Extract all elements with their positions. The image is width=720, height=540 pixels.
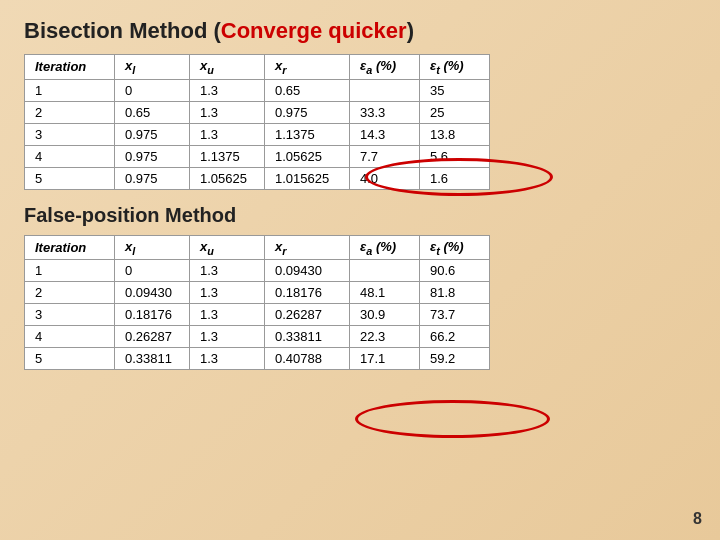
th-iteration-2: Iteration xyxy=(25,235,115,260)
table1-cell-1-4 xyxy=(350,79,420,101)
table2-cell-3-5: 73.7 xyxy=(420,304,490,326)
table2-row-1: 101.30.0943090.6 xyxy=(25,260,490,282)
table1-cell-4-5: 5.6 xyxy=(420,145,490,167)
table1-cell-3-5: 13.8 xyxy=(420,123,490,145)
table2-cell-4-4: 22.3 xyxy=(350,326,420,348)
table2-row-4: 40.262871.30.3381122.366.2 xyxy=(25,326,490,348)
table2-cell-5-1: 0.33811 xyxy=(115,348,190,370)
table1-cell-4-1: 0.975 xyxy=(115,145,190,167)
table2-cell-3-0: 3 xyxy=(25,304,115,326)
table1-cell-5-5: 1.6 xyxy=(420,167,490,189)
table1-cell-4-0: 4 xyxy=(25,145,115,167)
table2-cell-3-3: 0.26287 xyxy=(265,304,350,326)
title-suffix: ) xyxy=(407,18,414,43)
table2-cell-3-2: 1.3 xyxy=(190,304,265,326)
table1-cell-5-0: 5 xyxy=(25,167,115,189)
table2-cell-2-4: 48.1 xyxy=(350,282,420,304)
th-xu-2: xu xyxy=(190,235,265,260)
th-xl-2: xl xyxy=(115,235,190,260)
table2-row-5: 50.338111.30.4078817.159.2 xyxy=(25,348,490,370)
table1-cell-1-3: 0.65 xyxy=(265,79,350,101)
section-title-2: False-position Method xyxy=(24,204,696,227)
title-prefix: Bisection Method ( xyxy=(24,18,221,43)
table2-cell-2-0: 2 xyxy=(25,282,115,304)
table2-cell-5-2: 1.3 xyxy=(190,348,265,370)
table1-cell-5-1: 0.975 xyxy=(115,167,190,189)
table1-cell-5-3: 1.015625 xyxy=(265,167,350,189)
table1-cell-3-0: 3 xyxy=(25,123,115,145)
table2-cell-3-1: 0.18176 xyxy=(115,304,190,326)
th-xr-1: xr xyxy=(265,55,350,80)
table1-row-4: 40.9751.13751.056257.75.6 xyxy=(25,145,490,167)
table2-cell-3-4: 30.9 xyxy=(350,304,420,326)
false-position-table: Iteration xl xu xr εa (%) εt (%) 101.30.… xyxy=(24,235,490,371)
table2-row-2: 20.094301.30.1817648.181.8 xyxy=(25,282,490,304)
th-xl-1: xl xyxy=(115,55,190,80)
bisection-table: Iteration xl xu xr εa (%) εt (%) 101.30.… xyxy=(24,54,490,190)
table1-cell-5-2: 1.05625 xyxy=(190,167,265,189)
table1-cell-4-2: 1.1375 xyxy=(190,145,265,167)
table2-header-row: Iteration xl xu xr εa (%) εt (%) xyxy=(25,235,490,260)
table1-cell-2-2: 1.3 xyxy=(190,101,265,123)
table1-row-5: 50.9751.056251.0156254.01.6 xyxy=(25,167,490,189)
table2-cell-4-0: 4 xyxy=(25,326,115,348)
table2-cell-5-0: 5 xyxy=(25,348,115,370)
table2-cell-1-4 xyxy=(350,260,420,282)
th-ea-1: εa (%) xyxy=(350,55,420,80)
title-highlight: Converge quicker xyxy=(221,18,407,43)
table1-cell-2-4: 33.3 xyxy=(350,101,420,123)
table2-cell-2-2: 1.3 xyxy=(190,282,265,304)
th-xu-1: xu xyxy=(190,55,265,80)
table2-row-3: 30.181761.30.2628730.973.7 xyxy=(25,304,490,326)
th-iteration-1: Iteration xyxy=(25,55,115,80)
th-et-1: εt (%) xyxy=(420,55,490,80)
table1-cell-2-5: 25 xyxy=(420,101,490,123)
th-xr-2: xr xyxy=(265,235,350,260)
table2-cell-4-2: 1.3 xyxy=(190,326,265,348)
table1-cell-2-0: 2 xyxy=(25,101,115,123)
oval-highlight-2 xyxy=(355,400,550,438)
table2-cell-4-1: 0.26287 xyxy=(115,326,190,348)
table1-cell-1-2: 1.3 xyxy=(190,79,265,101)
table1-cell-3-2: 1.3 xyxy=(190,123,265,145)
table2-cell-1-0: 1 xyxy=(25,260,115,282)
th-ea-2: εa (%) xyxy=(350,235,420,260)
page-container: Bisection Method (Converge quicker) Iter… xyxy=(0,0,720,388)
table1-cell-1-5: 35 xyxy=(420,79,490,101)
table1-cell-3-1: 0.975 xyxy=(115,123,190,145)
table1-row-3: 30.9751.31.137514.313.8 xyxy=(25,123,490,145)
th-et-2: εt (%) xyxy=(420,235,490,260)
table1-cell-3-3: 1.1375 xyxy=(265,123,350,145)
table1-cell-2-1: 0.65 xyxy=(115,101,190,123)
table1-cell-1-0: 1 xyxy=(25,79,115,101)
table1-cell-5-4: 4.0 xyxy=(350,167,420,189)
table2-cell-1-3: 0.09430 xyxy=(265,260,350,282)
table1-header-row: Iteration xl xu xr εa (%) εt (%) xyxy=(25,55,490,80)
table2-cell-5-3: 0.40788 xyxy=(265,348,350,370)
table2-body: 101.30.0943090.620.094301.30.1817648.181… xyxy=(25,260,490,370)
table1-row-1: 101.30.6535 xyxy=(25,79,490,101)
table2-cell-2-1: 0.09430 xyxy=(115,282,190,304)
table2-cell-4-5: 66.2 xyxy=(420,326,490,348)
table2-cell-4-3: 0.33811 xyxy=(265,326,350,348)
table2-cell-5-5: 59.2 xyxy=(420,348,490,370)
table2-cell-5-4: 17.1 xyxy=(350,348,420,370)
table2-cell-1-5: 90.6 xyxy=(420,260,490,282)
table2-cell-1-2: 1.3 xyxy=(190,260,265,282)
table1-cell-4-4: 7.7 xyxy=(350,145,420,167)
table2-cell-2-5: 81.8 xyxy=(420,282,490,304)
table1-row-2: 20.651.30.97533.325 xyxy=(25,101,490,123)
table2-cell-2-3: 0.18176 xyxy=(265,282,350,304)
table1-cell-3-4: 14.3 xyxy=(350,123,420,145)
page-number: 8 xyxy=(693,510,702,528)
table1-cell-1-1: 0 xyxy=(115,79,190,101)
table1-cell-2-3: 0.975 xyxy=(265,101,350,123)
table2-cell-1-1: 0 xyxy=(115,260,190,282)
table1-body: 101.30.653520.651.30.97533.32530.9751.31… xyxy=(25,79,490,189)
table1-cell-4-3: 1.05625 xyxy=(265,145,350,167)
section-title-1: Bisection Method (Converge quicker) xyxy=(24,18,696,44)
